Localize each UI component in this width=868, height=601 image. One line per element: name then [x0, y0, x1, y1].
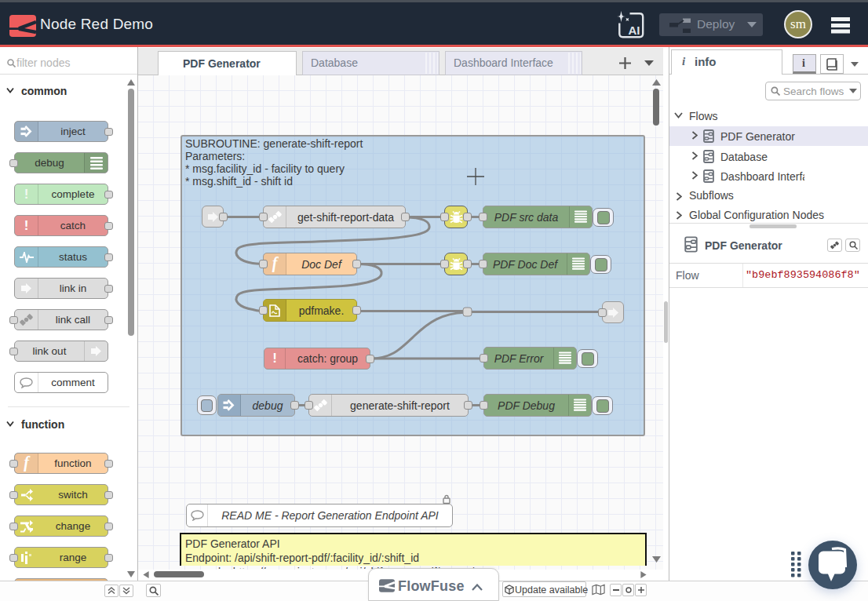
svg-text:AI: AI [629, 24, 640, 37]
